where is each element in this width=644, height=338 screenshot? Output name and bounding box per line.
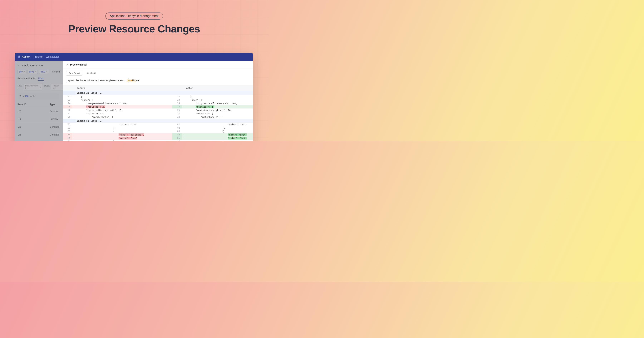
diff-line: 23 "spec": {23 "spec": {: [63, 98, 253, 102]
tab-exec-result[interactable]: Exec Result: [66, 71, 82, 76]
table-row[interactable]: 178Generate: [18, 131, 60, 138]
resource-path: apps/v1:Deployment:simpleservicenew:simp…: [68, 79, 126, 82]
diff-line: 25- "replicas": 2,25+ "replicas": 1,: [63, 105, 253, 108]
close-icon[interactable]: ✕: [46, 71, 48, 73]
category-pill: Application Lifecycle Management: [105, 13, 163, 20]
resource-select[interactable]: apps/v1:Deployment:simpleservicenew:simp…: [66, 78, 129, 83]
type-filter-label: Type :: [18, 85, 22, 90]
diff-line: 28 "matchLabels": {28 "matchLabels": {: [63, 115, 253, 119]
tab-resource-graph[interactable]: Resource Graph: [18, 77, 34, 81]
diff-line: 27 "selector": {27 "selector": {: [63, 112, 253, 115]
expand-lines-button[interactable]: Expand 52 lines ...: [63, 119, 253, 123]
back-arrow-icon: ←: [18, 64, 20, 67]
diff-line: 81 "value": "aaa"81 "value": "aaa": [63, 123, 253, 126]
breadcrumb[interactable]: ← simpleservicenew: [18, 64, 63, 67]
results-count: Total 168 results: [18, 93, 59, 99]
stack-tab-dev2[interactable]: dev2✕: [28, 70, 38, 74]
panel-title: Preview Detail: [70, 63, 87, 66]
close-icon[interactable]: ✕: [34, 71, 36, 73]
close-icon[interactable]: ✕: [66, 63, 68, 66]
diff-line: 26 "revisionHistoryLimit": 10,26 "revisi…: [63, 108, 253, 112]
diff-line: 84- "name": "basccaaa",84+ "name": "bbb"…: [63, 133, 253, 136]
brand-icon: [18, 55, 21, 58]
table-row[interactable]: 181Preview: [18, 107, 60, 115]
plus-icon: +: [50, 71, 51, 73]
table-row[interactable]: 179Generate: [18, 123, 60, 131]
expand-lines-button[interactable]: Expand 21 lines ...: [63, 91, 253, 95]
diff-line: 82 },82 },: [63, 126, 253, 130]
diff-line: 86 }86 }: [63, 140, 253, 141]
breadcrumb-label: simpleservicenew: [22, 64, 43, 67]
type-filter-select[interactable]: Please select t…⌄: [24, 84, 43, 90]
navbar: Kusion Projects Workspaces: [15, 53, 253, 61]
status-dot-icon: [130, 80, 132, 81]
nav-workspaces[interactable]: Workspaces: [46, 55, 60, 58]
diff-line: 22 },22 },: [63, 95, 253, 98]
status-filter-select[interactable]: Please sel: [51, 84, 63, 90]
diff-line: 24 "progressDeadlineSeconds": 600,24 "pr…: [63, 102, 253, 105]
col-runs-id: Runs ID: [18, 103, 50, 106]
chevron-down-icon: ⌄: [39, 86, 41, 88]
brand-logo[interactable]: Kusion: [18, 55, 30, 58]
table-row[interactable]: 180Preview: [18, 115, 60, 123]
close-icon[interactable]: ✕: [23, 71, 25, 73]
status-filter-label: Status :: [44, 85, 50, 90]
diff-line: 83 {83 {: [63, 130, 253, 133]
brand-name: Kusion: [22, 55, 30, 58]
app-window: Kusion Projects Workspaces ← simpleservi…: [15, 53, 253, 141]
after-header: After: [172, 85, 253, 91]
diff-view: Before After Expand 21 lines ...22 },22 …: [63, 85, 253, 141]
diff-line: 85- "value": "aaa"85+ "value": "bbb": [63, 136, 253, 140]
before-header: Before: [63, 85, 172, 91]
tab-exec-logs[interactable]: Exec Logs: [84, 71, 98, 76]
tab-runs[interactable]: Runs: [38, 77, 44, 81]
page-title: Preview Resource Changes: [0, 23, 268, 35]
sidebar: ← simpleservicenew dev✕ dev2✕ dev3✕ +Cre…: [15, 61, 63, 141]
status-label: Update: [130, 79, 139, 82]
preview-detail-panel: ✕ Preview Detail Exec Result Exec Logs a…: [63, 61, 253, 141]
col-type: Type: [50, 103, 55, 106]
create-stack-button[interactable]: +Create St: [50, 71, 61, 73]
runs-table: Runs ID Type 181Preview 180Preview 179Ge…: [18, 101, 60, 138]
stack-tab-dev3[interactable]: dev3✕: [39, 70, 49, 74]
stack-tab-dev[interactable]: dev✕: [18, 70, 26, 74]
nav-projects[interactable]: Projects: [34, 55, 42, 58]
